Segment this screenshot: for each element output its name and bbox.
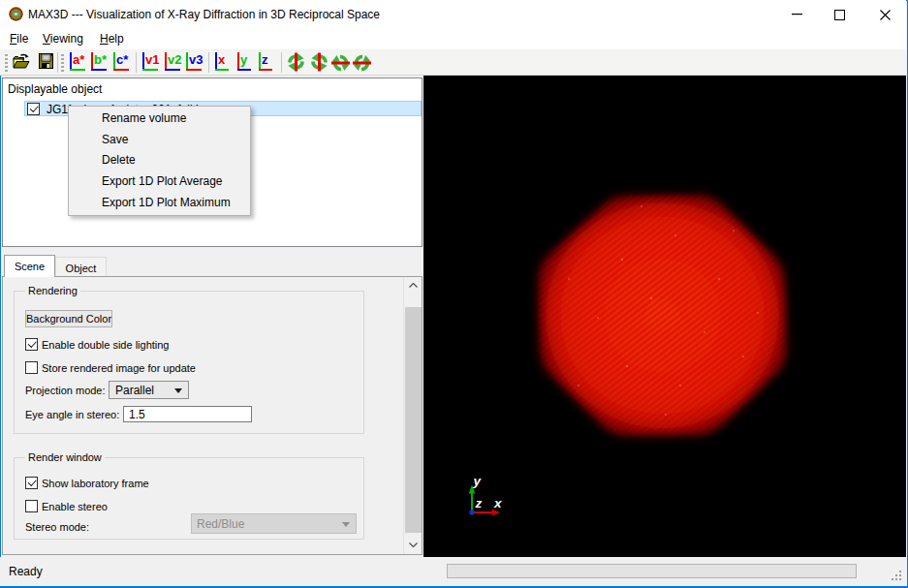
svg-text:y: y bbox=[473, 474, 483, 488]
svg-text:x: x bbox=[493, 496, 502, 511]
svg-text:z: z bbox=[475, 496, 483, 511]
